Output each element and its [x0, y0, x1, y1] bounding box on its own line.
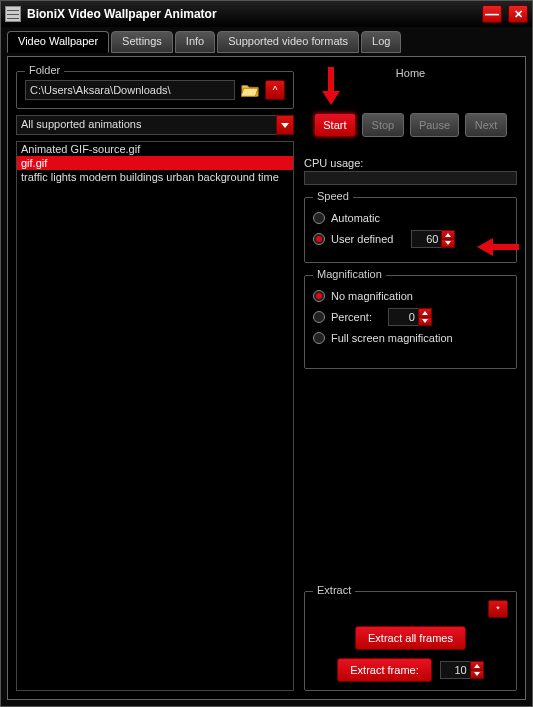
magnification-spin-down[interactable]: [419, 318, 431, 326]
extract-frame-input[interactable]: [440, 661, 470, 679]
chevron-down-icon[interactable]: [276, 115, 294, 135]
tab-panel: Folder ^ All supported animations: [7, 56, 526, 700]
folder-icon: [241, 82, 259, 98]
speed-user-defined-label: User defined: [331, 233, 393, 245]
cpu-usage-bar: [304, 171, 517, 185]
file-list[interactable]: Animated GIF-source.gifgif.giftraffic li…: [16, 141, 294, 691]
magnification-spin-up[interactable]: [419, 309, 431, 318]
magnification-percent-spinner[interactable]: [388, 308, 432, 326]
minimize-button[interactable]: —: [482, 5, 502, 23]
titlebar: BioniX Video Wallpaper Animator — ✕: [1, 1, 532, 27]
folder-path-input[interactable]: [25, 80, 235, 100]
folder-up-button[interactable]: ^: [265, 80, 285, 100]
speed-automatic-radio[interactable]: [313, 212, 325, 224]
tab-video-wallpaper[interactable]: Video Wallpaper: [7, 31, 109, 53]
speed-spin-up[interactable]: [442, 231, 454, 240]
svg-marker-1: [322, 91, 340, 105]
filter-combo-text: All supported animations: [16, 115, 276, 135]
speed-value-input[interactable]: [411, 230, 441, 248]
extract-frame-spinner[interactable]: [440, 661, 484, 679]
speed-spin-down[interactable]: [442, 240, 454, 248]
file-list-item[interactable]: traffic lights modern buildings urban ba…: [17, 170, 293, 184]
speed-user-defined-radio[interactable]: [313, 233, 325, 245]
window-title: BioniX Video Wallpaper Animator: [27, 7, 476, 21]
magnification-percent-radio[interactable]: [313, 311, 325, 323]
magnification-none-radio[interactable]: [313, 290, 325, 302]
extract-star-button[interactable]: *: [488, 600, 508, 618]
magnification-legend: Magnification: [313, 268, 386, 280]
start-button[interactable]: Start: [314, 113, 356, 137]
magnification-fullscreen-radio[interactable]: [313, 332, 325, 344]
tab-supported-formats[interactable]: Supported video formats: [217, 31, 359, 53]
magnification-percent-label: Percent:: [331, 311, 372, 323]
speed-group: Speed Automatic User defined: [304, 197, 517, 263]
tab-settings[interactable]: Settings: [111, 31, 173, 53]
magnification-group: Magnification No magnification Percent:: [304, 275, 517, 369]
tab-info[interactable]: Info: [175, 31, 215, 53]
speed-legend: Speed: [313, 190, 353, 202]
folder-legend: Folder: [25, 64, 64, 76]
extract-frame-spin-down[interactable]: [471, 671, 483, 679]
magnification-fullscreen-label: Full screen magnification: [331, 332, 453, 344]
file-list-item[interactable]: gif.gif: [17, 156, 293, 170]
stop-button[interactable]: Stop: [362, 113, 404, 137]
browse-folder-button[interactable]: [239, 80, 261, 100]
pause-button[interactable]: Pause: [410, 113, 459, 137]
home-header: Home: [304, 65, 517, 83]
close-button[interactable]: ✕: [508, 5, 528, 23]
file-list-item[interactable]: Animated GIF-source.gif: [17, 142, 293, 156]
tab-strip: Video Wallpaper Settings Info Supported …: [7, 31, 526, 53]
extract-frame-button[interactable]: Extract frame:: [337, 658, 431, 682]
filter-combo[interactable]: All supported animations: [16, 115, 294, 135]
extract-frame-spin-up[interactable]: [471, 662, 483, 671]
speed-value-spinner[interactable]: [411, 230, 455, 248]
next-button[interactable]: Next: [465, 113, 507, 137]
folder-group: Folder ^: [16, 71, 294, 109]
playback-button-row: Start Stop Pause Next: [304, 113, 517, 137]
extract-legend: Extract: [313, 584, 355, 596]
app-icon: [5, 6, 21, 22]
extract-all-frames-button[interactable]: Extract all frames: [355, 626, 466, 650]
cpu-usage-label: CPU usage:: [304, 157, 517, 169]
tab-log[interactable]: Log: [361, 31, 401, 53]
magnification-percent-input[interactable]: [388, 308, 418, 326]
magnification-none-label: No magnification: [331, 290, 413, 302]
speed-automatic-label: Automatic: [331, 212, 380, 224]
extract-group: Extract * Extract all frames Extract fra…: [304, 591, 517, 691]
